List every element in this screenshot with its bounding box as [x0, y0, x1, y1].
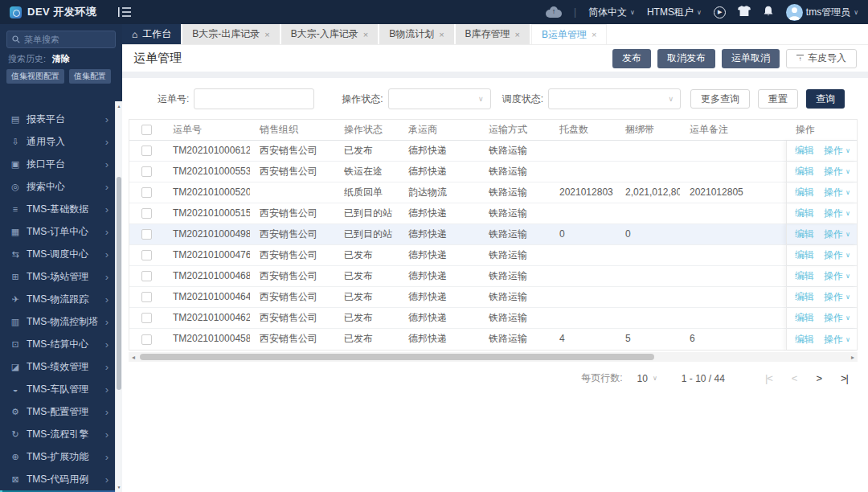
- tab[interactable]: B大宗-入库记录 ×: [281, 24, 378, 44]
- op-status-select[interactable]: ∨: [388, 88, 491, 109]
- close-icon[interactable]: ×: [264, 30, 269, 39]
- sidebar-item[interactable]: ⊕ TMS-扩展功能 ›: [0, 445, 115, 468]
- edit-link[interactable]: 编辑: [795, 141, 814, 161]
- environment-title: DEV 开发环境: [27, 5, 96, 19]
- row-actions-menu[interactable]: 操作 ∨: [824, 162, 850, 182]
- more-query-button[interactable]: 更多查询: [690, 89, 750, 109]
- tab-workbench[interactable]: ⌂ 工作台: [122, 24, 181, 44]
- close-icon[interactable]: ×: [592, 30, 596, 39]
- sidebar-item[interactable]: ⇩ 通用导入 ›: [0, 130, 115, 153]
- next-page-button[interactable]: >: [816, 372, 821, 384]
- op-status-cell: 已到目的站: [334, 224, 399, 244]
- row-actions-menu[interactable]: 操作 ∨: [824, 141, 850, 161]
- dispatch-status-select[interactable]: ∨: [548, 88, 681, 109]
- edit-link[interactable]: 编辑: [795, 203, 814, 223]
- tab[interactable]: B库存管理 ×: [456, 24, 530, 44]
- scroll-down-icon[interactable]: ▼: [116, 485, 122, 490]
- row-actions-menu[interactable]: 操作 ∨: [824, 182, 850, 203]
- theme-shirt-icon[interactable]: [738, 6, 751, 19]
- close-icon[interactable]: ×: [363, 30, 368, 39]
- action-button[interactable]: 运单取消: [722, 49, 780, 68]
- row-checkbox[interactable]: [141, 146, 152, 156]
- user-menu[interactable]: tms管理员 ∨: [786, 4, 858, 21]
- sidebar-item[interactable]: ▥ TMS-物流控制塔 ›: [0, 310, 115, 333]
- row-actions-menu[interactable]: 操作 ∨: [824, 266, 850, 286]
- edit-link[interactable]: 编辑: [795, 224, 814, 244]
- search-button[interactable]: 查询: [806, 89, 845, 109]
- sidebar-item[interactable]: ◎ 搜索中心 ›: [0, 175, 115, 198]
- history-tag[interactable]: 值集配置: [69, 69, 111, 84]
- tab[interactable]: B物流计划 ×: [379, 24, 453, 44]
- close-icon[interactable]: ×: [515, 30, 520, 39]
- row-checkbox[interactable]: [141, 271, 152, 281]
- first-page-button[interactable]: |<: [765, 372, 772, 384]
- scrollbar-thumb[interactable]: [117, 177, 121, 390]
- waybill-input[interactable]: [194, 88, 314, 109]
- sidebar-item[interactable]: ⊠ TMS-代码用例 ›: [0, 468, 115, 490]
- edit-link[interactable]: 编辑: [795, 245, 814, 265]
- edit-link[interactable]: 编辑: [795, 162, 814, 182]
- wagon-import-button[interactable]: ↑ 车皮导入: [786, 49, 857, 68]
- notifications-bell-icon[interactable]: [763, 6, 774, 19]
- select-all-checkbox[interactable]: [141, 125, 152, 135]
- edit-link[interactable]: 编辑: [795, 330, 814, 350]
- language-select[interactable]: 简体中文 ∨: [588, 6, 635, 19]
- edit-link[interactable]: 编辑: [795, 287, 814, 307]
- edit-link[interactable]: 编辑: [795, 308, 814, 328]
- row-actions-menu[interactable]: 操作 ∨: [824, 245, 850, 265]
- sidebar-item[interactable]: ◪ TMS-绩效管理 ›: [0, 355, 115, 378]
- row-checkbox[interactable]: [141, 250, 152, 260]
- tab-label: B大宗-入库记录: [291, 27, 358, 41]
- tenant-select[interactable]: HTMS租户 ∨: [647, 6, 702, 19]
- row-actions-menu[interactable]: 操作 ∨: [824, 203, 850, 223]
- tab[interactable]: B大宗-出库记录 ×: [182, 24, 279, 44]
- menu-search-input[interactable]: [24, 35, 104, 44]
- scroll-up-icon[interactable]: ▲: [116, 104, 122, 109]
- scroll-right-icon[interactable]: ▸: [848, 352, 858, 362]
- sidebar-item[interactable]: ◒ TMS-车队管理 ›: [0, 378, 115, 400]
- row-checkbox[interactable]: [141, 334, 152, 345]
- sidebar-item[interactable]: ⚙ TMS-配置管理 ›: [0, 400, 115, 423]
- scrollbar-thumb[interactable]: [140, 354, 654, 360]
- close-icon[interactable]: ×: [439, 30, 444, 39]
- guide-play-icon[interactable]: ▶: [714, 6, 726, 18]
- chevron-right-icon: ›: [105, 226, 108, 238]
- action-button[interactable]: 取消发布: [657, 49, 715, 68]
- cloud-upload-icon[interactable]: ↑: [546, 6, 562, 18]
- sidebar-item[interactable]: ▦ TMS-订单中心 ›: [0, 220, 115, 243]
- table-horizontal-scrollbar[interactable]: ◂ ▸: [129, 352, 858, 362]
- chevron-right-icon: ›: [105, 113, 108, 125]
- row-checkbox[interactable]: [141, 292, 152, 302]
- clear-history-button[interactable]: 清除: [52, 53, 70, 65]
- history-tag[interactable]: 值集视图配置: [6, 69, 64, 84]
- row-checkbox-cell: [129, 308, 163, 328]
- row-checkbox[interactable]: [141, 229, 152, 240]
- row-checkbox[interactable]: [141, 187, 152, 198]
- sidebar-item[interactable]: ▤ 报表平台 ›: [0, 108, 115, 130]
- edit-link[interactable]: 编辑: [795, 182, 814, 203]
- sidebar-item[interactable]: ▣ 接口平台 ›: [0, 153, 115, 175]
- sidebar-item[interactable]: ✈ TMS-物流跟踪 ›: [0, 288, 115, 310]
- row-actions-menu[interactable]: 操作 ∨: [824, 224, 850, 244]
- row-actions-menu[interactable]: 操作 ∨: [824, 308, 850, 328]
- prev-page-button[interactable]: <: [792, 372, 797, 384]
- scroll-left-icon[interactable]: ◂: [129, 352, 138, 362]
- row-checkbox[interactable]: [141, 313, 152, 323]
- row-checkbox[interactable]: [141, 208, 152, 219]
- action-button[interactable]: 发布: [612, 49, 651, 68]
- sidebar-item[interactable]: ↻ TMS-流程引擎 ›: [0, 423, 115, 445]
- row-checkbox[interactable]: [141, 166, 152, 177]
- sidebar-item[interactable]: ⊡ TMS-结算中心 ›: [0, 333, 115, 355]
- sidebar-scrollbar[interactable]: ▲ ▼: [115, 101, 122, 492]
- page-size-select[interactable]: 10 ∨: [637, 373, 657, 384]
- reset-button[interactable]: 重置: [758, 89, 798, 109]
- last-page-button[interactable]: >|: [841, 372, 848, 384]
- sidebar-item[interactable]: ≡ TMS-基础数据 ›: [0, 198, 115, 220]
- edit-link[interactable]: 编辑: [795, 266, 814, 286]
- collapse-sidebar-icon[interactable]: [117, 6, 132, 18]
- tab[interactable]: B运单管理 ×: [531, 24, 607, 44]
- row-actions-menu[interactable]: 操作 ∨: [824, 330, 850, 350]
- sidebar-item[interactable]: ⊞ TMS-场站管理 ›: [0, 265, 115, 288]
- row-actions-menu[interactable]: 操作 ∨: [824, 287, 850, 307]
- sidebar-item[interactable]: ⇆ TMS-调度中心 ›: [0, 243, 115, 265]
